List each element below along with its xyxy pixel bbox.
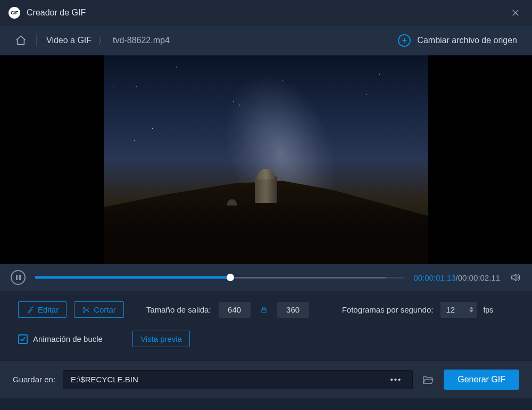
volume-button[interactable] (510, 272, 521, 283)
fps-value: 12 (446, 305, 455, 314)
time-duration: 00:00:02.11 (458, 273, 500, 282)
generate-label: Generar GIF (458, 375, 505, 384)
app-title: Creador de GIF (27, 8, 508, 18)
close-button[interactable] (508, 5, 523, 21)
change-source-button[interactable]: + Cambiar archivo de origen (398, 34, 517, 47)
wand-icon (26, 306, 35, 314)
seek-thumb[interactable] (227, 274, 234, 281)
pause-button[interactable] (11, 270, 26, 285)
fps-unit: fps (483, 306, 493, 314)
output-path-value: E:\$RECYCLE.BIN (71, 375, 138, 384)
svg-rect-2 (262, 309, 266, 313)
edit-label: Editar (38, 305, 59, 314)
breadcrumb-link[interactable]: Video a GIF (46, 36, 92, 45)
volume-icon (510, 272, 521, 283)
titlebar: GIF Creador de GIF (0, 0, 532, 26)
generate-gif-button[interactable]: Generar GIF (444, 370, 519, 390)
close-icon (511, 8, 520, 18)
checkbox-icon (18, 334, 28, 344)
app-logo-icon: GIF (9, 7, 20, 19)
height-input[interactable] (277, 302, 309, 318)
spinner-up-icon[interactable] (469, 307, 473, 309)
time-current: 00:00:01.13 (413, 273, 455, 282)
playback-controls: 00:00:01.13/00:00:02.11 (0, 264, 532, 291)
home-icon (15, 35, 27, 46)
preview-label: Vista previa (140, 334, 182, 343)
lock-icon (260, 306, 268, 314)
time-display: 00:00:01.13/00:00:02.11 (413, 273, 500, 282)
pause-icon (16, 275, 21, 280)
loop-label: Animación de bucle (33, 334, 103, 343)
cut-button[interactable]: Cortar (74, 301, 124, 318)
edit-button[interactable]: Editar (18, 301, 66, 318)
breadcrumb-row: Video a GIF 〉 tvd-88622.mp4 + Cambiar ar… (0, 26, 532, 55)
spinner-down-icon[interactable] (469, 310, 473, 313)
video-preview (0, 55, 532, 264)
settings-panel: Editar Cortar Tamaño de salida: Fotogram… (0, 291, 532, 360)
output-path-field[interactable]: E:\$RECYCLE.BIN ••• (63, 370, 413, 389)
breadcrumb-current-file: tvd-88622.mp4 (113, 36, 170, 45)
cut-label: Cortar (94, 305, 116, 314)
lock-aspect-button[interactable] (260, 306, 268, 314)
home-button[interactable] (15, 35, 27, 46)
video-frame (104, 55, 428, 264)
checkmark-icon (20, 337, 26, 342)
footer: Guardar en: E:\$RECYCLE.BIN ••• Generar … (0, 360, 532, 398)
fps-spinner[interactable]: 12 (440, 302, 477, 318)
scissors-icon (82, 306, 90, 314)
folder-open-icon (422, 375, 434, 384)
change-source-label: Cambiar archivo de origen (417, 36, 517, 45)
width-input[interactable] (219, 302, 251, 318)
browse-path-button[interactable]: ••• (387, 375, 405, 384)
save-in-label: Guardar en: (13, 375, 55, 384)
divider (36, 35, 37, 46)
chevron-right-icon: 〉 (98, 35, 106, 46)
seek-bar[interactable] (35, 272, 404, 283)
open-folder-button[interactable] (420, 373, 436, 387)
plus-circle-icon: + (398, 34, 411, 47)
preview-button[interactable]: Vista previa (132, 331, 190, 347)
output-size-label: Tamaño de salida: (146, 305, 211, 314)
fps-label: Fotogramas por segundo: (342, 305, 434, 314)
loop-checkbox[interactable]: Animación de bucle (18, 334, 103, 344)
